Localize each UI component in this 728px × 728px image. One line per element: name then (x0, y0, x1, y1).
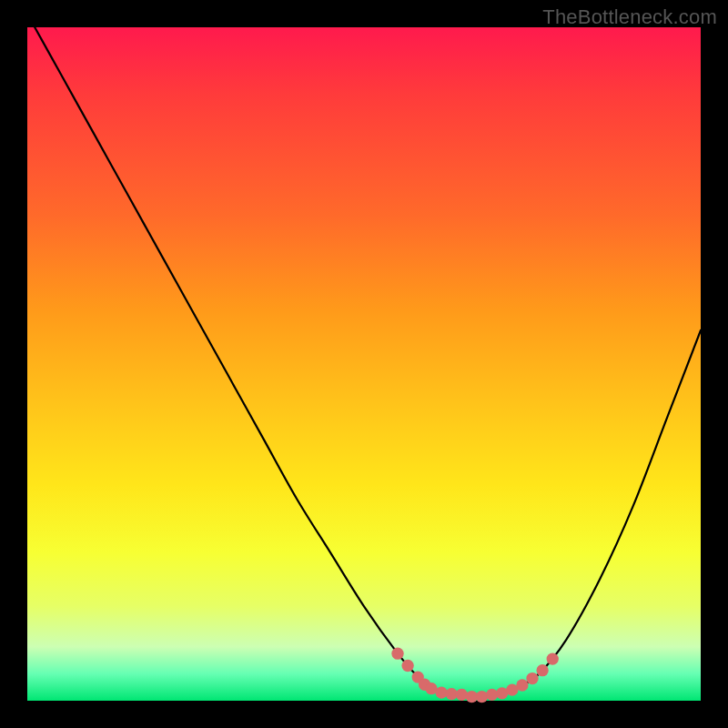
valley-dot (391, 648, 403, 660)
valley-dot (401, 660, 413, 672)
valley-dot (456, 689, 468, 701)
valley-dot (547, 652, 559, 664)
curve-svg (27, 27, 701, 701)
valley-dots (391, 648, 559, 703)
watermark-text: TheBottleneck.com (542, 5, 717, 29)
bottleneck-curve (27, 14, 701, 697)
plot-area (27, 27, 701, 701)
valley-dot (476, 691, 488, 703)
valley-dot (536, 664, 548, 676)
valley-dot (526, 672, 538, 684)
valley-dot (516, 679, 528, 691)
chart-frame: TheBottleneck.com (0, 0, 728, 728)
